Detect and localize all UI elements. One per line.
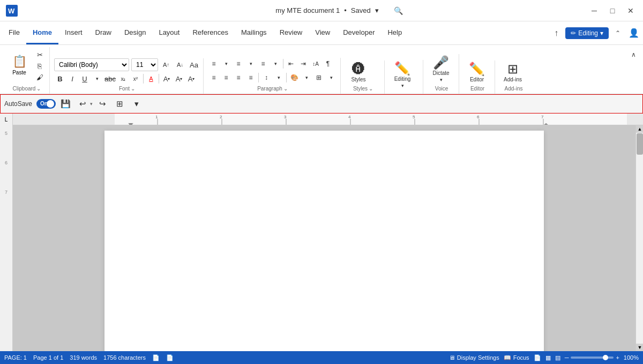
shading-button[interactable]: A▾ [185, 73, 197, 85]
editor-button[interactable]: ✏️ Editor [463, 60, 490, 85]
editing-mode-button[interactable]: ✏ Editing ▾ [565, 27, 609, 39]
multilevel-button[interactable]: ≡ [257, 58, 269, 70]
styles-button[interactable]: 🅐 Styles [345, 60, 372, 85]
cut-button[interactable]: ✂ [33, 49, 46, 60]
menu-draw[interactable]: Draw [89, 21, 118, 44]
menu-review[interactable]: Review [273, 21, 309, 44]
editor-icon: ✏️ [469, 63, 485, 75]
bold-button[interactable]: B [54, 73, 66, 85]
menu-home[interactable]: Home [26, 21, 58, 44]
font-name-select[interactable]: Calibri (Body) [54, 58, 129, 71]
addins-button[interactable]: ⊞ Add-ins [499, 60, 526, 85]
change-case-button[interactable]: Aa [188, 59, 200, 71]
table-insert-button[interactable]: ⊞ [112, 96, 127, 111]
line-spacing-arrow[interactable]: ▾ [273, 72, 285, 84]
format-painter-button[interactable]: 🖌 [33, 72, 46, 82]
menu-design[interactable]: Design [118, 21, 152, 44]
superscript-button[interactable]: x² [130, 73, 141, 85]
maximize-button[interactable]: □ [605, 4, 619, 18]
view-layout3[interactable]: ▤ [555, 354, 560, 361]
borders-arrow[interactable]: ▾ [325, 72, 337, 84]
justify-button[interactable]: ≡ [245, 72, 257, 84]
menu-insert[interactable]: Insert [58, 21, 89, 44]
dictate-button[interactable]: 🎤 Dictate ▾ [428, 54, 454, 85]
font-size-select[interactable]: 11 [131, 58, 158, 71]
zoom-minus-button[interactable]: ─ [565, 354, 569, 361]
underline-arrow[interactable]: ▾ [91, 73, 103, 85]
shading-para-button[interactable]: 🎨 [288, 72, 300, 84]
read-icon[interactable]: 📄 [166, 354, 174, 361]
menu-developer[interactable]: Developer [337, 21, 381, 44]
align-center-button[interactable]: ≡ [220, 72, 232, 84]
font-grow-button[interactable]: A↑ [160, 59, 172, 71]
title-bar: W my MTE document 1 • Saved ▾ 🔍 ─ □ ✕ [0, 0, 643, 21]
scroll-thumb[interactable] [637, 133, 643, 155]
line-spacing-button[interactable]: ↕ [260, 72, 272, 84]
clear-format-button[interactable]: A [145, 73, 157, 85]
dropdown-arrow[interactable]: ▾ [375, 6, 379, 14]
undo-arrow[interactable]: ▾ [90, 101, 93, 107]
qat-more-button[interactable]: ▾ [129, 96, 144, 111]
menu-view[interactable]: View [309, 21, 337, 44]
sort-button[interactable]: ↕A [310, 58, 322, 70]
multilevel-arrow[interactable]: ▾ [270, 58, 281, 70]
display-settings-button[interactable]: 🖥 Display Settings [449, 354, 499, 361]
menu-references[interactable]: References [186, 21, 234, 44]
increase-indent-button[interactable]: ⇥ [297, 58, 309, 70]
search-icon[interactable]: 🔍 [394, 6, 403, 15]
italic-button[interactable]: I [66, 73, 78, 85]
menu-file[interactable]: File [2, 21, 26, 44]
ribbon-collapse-button[interactable]: ∧ [626, 47, 641, 62]
shading-para-arrow[interactable]: ▾ [301, 72, 312, 84]
numbering-arrow[interactable]: ▾ [245, 58, 257, 70]
font-shrink-button[interactable]: A↓ [174, 59, 186, 71]
undo-button[interactable]: ↩ [75, 96, 90, 111]
bullets-arrow[interactable]: ▾ [220, 58, 232, 70]
zoom-plus-button[interactable]: + [616, 354, 619, 361]
collapse-ribbon-button[interactable]: ⌃ [611, 26, 625, 40]
view-layout2[interactable]: ▦ [545, 354, 551, 361]
show-marks-button[interactable]: ¶ [322, 58, 334, 70]
zoom-track[interactable] [571, 357, 614, 359]
underline-button[interactable]: U [79, 73, 91, 85]
numbering-button[interactable]: ≡ [233, 58, 244, 70]
strikethrough-button[interactable]: abc [103, 73, 117, 85]
styles-expand[interactable]: ⌄ [369, 86, 373, 92]
paste-label: Paste [12, 70, 26, 75]
save-button[interactable]: 💾 [58, 96, 73, 111]
redo-button[interactable]: ↪ [95, 96, 110, 111]
document-area[interactable]: Tekzone.vn [13, 125, 635, 351]
scroll-down-button[interactable]: ▼ [636, 344, 643, 351]
autosave-toggle[interactable]: On [36, 99, 56, 109]
align-left-button[interactable]: ≡ [208, 72, 220, 84]
paragraph-expand[interactable]: ⌄ [283, 86, 288, 92]
clipboard-expand[interactable]: ⌄ [36, 86, 41, 92]
font-color-button[interactable]: A▾ [173, 73, 185, 85]
align-right-button[interactable]: ≡ [233, 72, 244, 84]
document-page[interactable]: Tekzone.vn [104, 131, 544, 351]
share-button[interactable]: ↑ [549, 26, 563, 40]
menu-mailings[interactable]: Mailings [235, 21, 273, 44]
bullets-button[interactable]: ≡ [208, 58, 220, 70]
track-icon[interactable]: 📄 [152, 354, 160, 361]
paste-button[interactable]: 📋 Paste [8, 47, 31, 82]
menu-layout[interactable]: Layout [152, 21, 186, 44]
right-scrollbar[interactable]: ▲ ▼ [635, 125, 643, 351]
font-expand[interactable]: ⌄ [131, 86, 135, 92]
editing-ribbon-button[interactable]: ✏️ Editing ▾ [389, 60, 416, 90]
zoom-level-display[interactable]: 100% [624, 354, 639, 361]
highlight-button[interactable]: A▾ [161, 73, 173, 85]
subscript-button[interactable]: x₂ [117, 73, 129, 85]
borders-button[interactable]: ⊞ [313, 72, 325, 84]
copy-button[interactable]: ⎘ [33, 60, 46, 71]
svg-text:W: W [8, 7, 15, 15]
menu-help[interactable]: Help [381, 21, 408, 44]
scroll-up-button[interactable]: ▲ [636, 125, 643, 133]
decrease-indent-button[interactable]: ⇤ [285, 58, 297, 70]
view-layout1[interactable]: 📄 [534, 354, 541, 361]
close-button[interactable]: ✕ [624, 4, 638, 18]
minimize-button[interactable]: ─ [587, 4, 601, 18]
focus-button[interactable]: 📖 Focus [504, 354, 529, 361]
account-icon[interactable]: 👤 [627, 26, 641, 40]
scroll-track[interactable] [636, 133, 643, 344]
